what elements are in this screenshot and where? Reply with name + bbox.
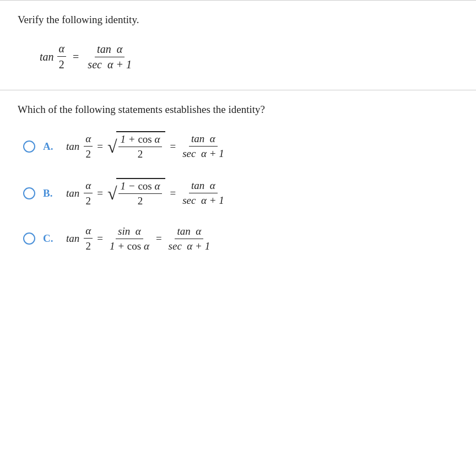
problem-alpha-num: α [57, 42, 67, 57]
problem-frac-lhs: α 2 [57, 42, 67, 71]
problem-instruction: Verify the following identity. [18, 14, 458, 26]
option-label-a: A. [43, 140, 58, 153]
option-label-b: B. [43, 187, 58, 199]
problem-two-den: 2 [57, 57, 66, 71]
radio-a[interactable] [23, 140, 35, 153]
options-list: A. tan α 2 = √ 1 + cos α 2 [18, 131, 458, 252]
problem-tan-alpha: tan α [95, 43, 125, 57]
problem-section: Verify the following identity. tan α 2 =… [0, 1, 476, 90]
problem-formula: tan α 2 = tan α sec α + 1 [18, 37, 458, 77]
problem-tan: tan [40, 51, 54, 63]
option-math-b: tan α 2 = √ 1 − cos α 2 = [66, 178, 226, 208]
option-math-a: tan α 2 = √ 1 + cos α 2 = [66, 131, 226, 161]
question-text: Which of the following statements establ… [18, 104, 458, 116]
option-row-c: C. tan α 2 = sin α 1 + cos α = tan α [23, 225, 458, 252]
problem-sec-denom: sec α + 1 [85, 57, 134, 71]
question-section: Which of the following statements establ… [0, 90, 476, 266]
radio-b[interactable] [23, 187, 35, 199]
problem-equals: = [69, 51, 82, 63]
option-label-c: C. [43, 232, 58, 245]
problem-frac-rhs: tan α sec α + 1 [85, 43, 134, 71]
option-row-a: A. tan α 2 = √ 1 + cos α 2 [23, 131, 458, 161]
radio-c[interactable] [23, 232, 35, 245]
option-math-c: tan α 2 = sin α 1 + cos α = tan α sec α … [66, 225, 212, 252]
option-row-b: B. tan α 2 = √ 1 − cos α 2 [23, 178, 458, 208]
